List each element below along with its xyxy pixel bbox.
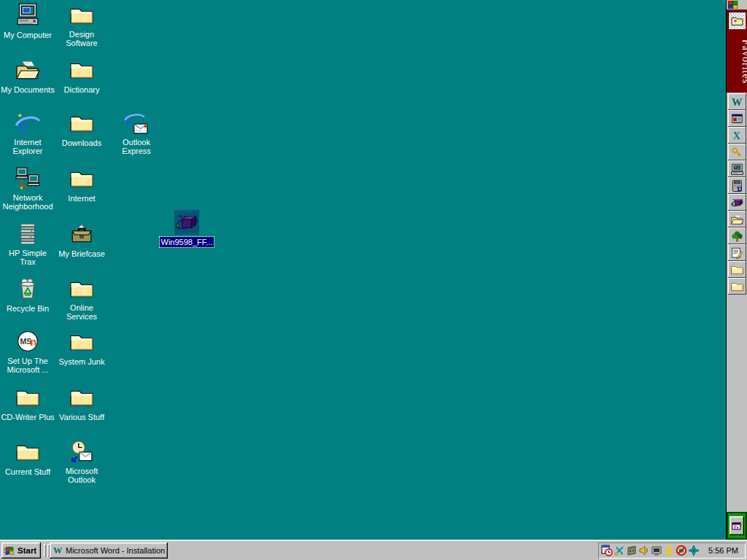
desktop-icon-design-software[interactable]: Design Software	[53, 3, 111, 49]
desktop-icon-dictionary[interactable]: Dictionary	[53, 58, 111, 96]
desktop-icon-microsoft-outlook[interactable]: Microsoft Outlook	[53, 440, 111, 486]
ie-glyph	[15, 111, 40, 136]
office-bar-buttons	[727, 93, 747, 295]
compass-tray-icon[interactable]	[688, 545, 700, 556]
desktop-icon-current-stuff[interactable]: Current Stuff	[0, 440, 57, 478]
briefcase-icon	[69, 222, 94, 246]
access-key-button[interactable]	[728, 144, 746, 160]
folder-icon	[69, 166, 94, 191]
folder-glyph	[69, 385, 94, 410]
task-button-label: Microsoft Word - Installation	[66, 546, 165, 555]
tray-tool-glyph	[614, 545, 625, 556]
tree-button[interactable]	[728, 228, 746, 244]
desktop-icon-label: Microsoft Outlook	[64, 466, 100, 485]
task-button-microsoft-word[interactable]: Microsoft Word - Installation	[50, 542, 168, 559]
package-glyph	[174, 210, 199, 235]
folder-icon	[730, 280, 744, 293]
desktop-icon-hp-simple-trax[interactable]: HP Simple Trax	[0, 222, 57, 268]
desktop-icon-network-neighborhood[interactable]: Network Neighborhood	[0, 166, 57, 212]
folder-icon	[730, 263, 744, 276]
outlook-glyph	[69, 440, 94, 464]
word-icon	[53, 545, 63, 556]
schedule-button[interactable]	[728, 110, 746, 127]
desktop-icon-win9598-ff[interactable]: Win9598_FF...	[158, 210, 216, 248]
favorites-toolbar-button[interactable]	[728, 12, 746, 29]
desktop-icon-label: Various Stuff	[58, 412, 106, 422]
desktop-icon-cd-writer-plus[interactable]: CD-Writer Plus	[0, 385, 57, 423]
desktop-icon-label: Current Stuff	[4, 467, 52, 477]
desktop-icon-my-briefcase[interactable]: My Briefcase	[53, 222, 111, 260]
scheduler-tray-icon[interactable]	[601, 545, 613, 556]
desktop-icon-my-documents[interactable]: My Documents	[0, 58, 57, 96]
windows-flag-icon	[4, 545, 15, 556]
cd-tool-tray-icon[interactable]	[614, 545, 625, 556]
folder-glyph	[69, 276, 94, 301]
folder-button-2[interactable]	[728, 278, 746, 295]
folder-glyph	[69, 3, 94, 28]
recycle-icon	[15, 276, 40, 301]
computer-glyph	[15, 3, 40, 28]
computer-icon	[15, 3, 40, 28]
desktop-icon-label: Downloads	[61, 138, 103, 148]
desktop-icon-label: My Briefcase	[57, 249, 107, 259]
system-tray: 5:56 PM	[598, 542, 746, 559]
desktop-icon-label: Dictionary	[63, 85, 101, 95]
folder-icon	[69, 330, 94, 354]
favorites-folder-icon	[731, 15, 743, 26]
desktop-icon-label: Recycle Bin	[5, 303, 50, 314]
aim-tray-icon[interactable]	[663, 545, 675, 556]
tray-monitor-glyph	[651, 545, 662, 556]
office-shortcut-bar: Favorites	[726, 0, 747, 540]
desktop-icon-label: CD-Writer Plus	[0, 412, 56, 422]
trax-icon	[15, 222, 40, 246]
flash-card-tray-icon[interactable]	[626, 545, 638, 556]
desktop-icon-internet-explorer[interactable]: Internet Explorer	[0, 111, 57, 157]
favorites-panel: Favorites	[727, 9, 747, 93]
desktop-icon-setup-msn[interactable]: Set Up The Microsoft ...	[0, 330, 57, 376]
taskbar-grip[interactable]	[44, 544, 46, 557]
desktop-icon-outlook-express[interactable]: Outlook Express	[107, 111, 166, 157]
word-button[interactable]	[728, 93, 746, 110]
taskbar-clock[interactable]: 5:56 PM	[708, 546, 746, 555]
customize-button[interactable]	[727, 512, 747, 540]
desktop-icon-recycle-bin[interactable]: Recycle Bin	[0, 276, 57, 314]
folder-button-1[interactable]	[728, 261, 746, 278]
folder-icon	[69, 385, 94, 410]
computer-button[interactable]	[728, 160, 746, 177]
desktop-icon-system-junk[interactable]: System Junk	[53, 330, 111, 368]
pc-icon	[730, 163, 744, 176]
favorites-label: Favorites	[731, 33, 747, 91]
folder-glyph	[15, 440, 40, 464]
tray-man-glyph	[663, 545, 675, 556]
key-icon	[730, 146, 744, 159]
msn-icon	[15, 330, 40, 354]
desktop-icon-online-services[interactable]: Online Services	[53, 276, 111, 322]
desktop-icon-label: HP Simple Trax	[7, 248, 48, 267]
desktop-icon-various-stuff[interactable]: Various Stuff	[53, 385, 111, 423]
desktop-icon-my-computer[interactable]: My Computer	[0, 3, 57, 41]
excel-button[interactable]	[728, 127, 746, 144]
network-icon	[15, 166, 40, 191]
setup-package-button[interactable]	[728, 194, 746, 211]
desktop-icon-internet[interactable]: Internet	[53, 166, 111, 204]
tree-icon	[730, 230, 744, 243]
crashguard-tray-icon[interactable]	[676, 545, 687, 556]
network-glyph	[15, 166, 40, 191]
open-folder-button[interactable]	[728, 211, 746, 228]
oe-glyph	[124, 111, 149, 136]
folder-docs-glyph	[15, 58, 40, 82]
start-button[interactable]: Start	[1, 542, 41, 559]
tray-compass-glyph	[688, 545, 700, 556]
package-icon	[730, 196, 744, 209]
folder-icon	[15, 385, 40, 410]
dialer-button[interactable]	[728, 177, 746, 194]
folder-icon	[69, 276, 94, 301]
desktop-icon-downloads[interactable]: Downloads	[53, 111, 111, 149]
volume-tray-icon[interactable]	[638, 545, 650, 556]
desktop-icon-label: Network Neighborhood	[1, 192, 54, 211]
display-tray-icon[interactable]	[651, 545, 662, 556]
oe-icon	[124, 111, 149, 136]
notes-button[interactable]	[728, 244, 746, 261]
tray-clock-glyph	[601, 545, 613, 556]
desktop-icon-label: Internet Explorer	[12, 137, 44, 156]
